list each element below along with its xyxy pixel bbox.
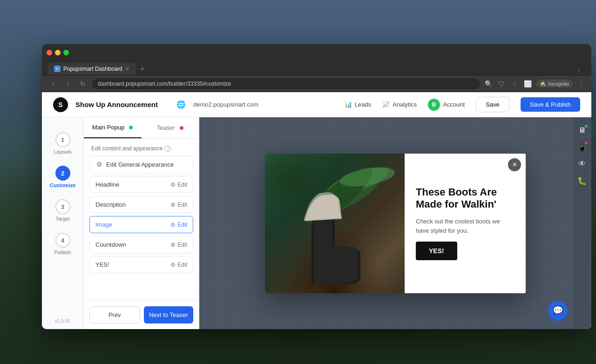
tab-teaser[interactable]: Teaser (142, 117, 199, 138)
tab-main-popup[interactable]: Main Popup (84, 117, 142, 138)
reload-button[interactable]: ↻ (77, 78, 88, 89)
debug-button[interactable]: 🐛 (575, 173, 589, 188)
popup-image-svg (265, 154, 405, 293)
preview-button[interactable]: 👁 (575, 156, 589, 171)
countdown-edit-button[interactable]: ⚙ Edit (170, 242, 187, 248)
panel-item-description[interactable]: Description ⚙ Edit (89, 196, 193, 213)
general-appearance-label: Edit General Appearance (106, 161, 174, 168)
popup-preview: ✕ These Boots Are Made for Walkin' Check… (265, 154, 526, 293)
popup-description: Check out the coolest boots we have styl… (416, 217, 515, 235)
next-to-teaser-button[interactable]: Next to Teaser (144, 306, 194, 324)
traffic-light-maximize[interactable] (63, 50, 69, 55)
panel-footer: Prev Next to Teaser (84, 300, 199, 329)
star-icon[interactable]: ☆ (510, 79, 519, 88)
address-icons: 🔍 🛡 ☆ ⬜ 🕵 Incognito ⋮ (484, 79, 586, 88)
popup-close-button[interactable]: ✕ (508, 158, 521, 171)
panel-items: Headline ⚙ Edit Description ⚙ Edit (84, 176, 199, 300)
gear-icon: ⚙ (96, 161, 102, 168)
panel-tabs: Main Popup Teaser (84, 117, 199, 139)
step-target[interactable]: 3 Target (42, 195, 83, 225)
more-options-icon[interactable]: ⋮ (576, 79, 586, 88)
save-button[interactable]: Save (476, 97, 509, 112)
main-layout: 1 Layouts 2 Customize 3 Target 4 Publish… (42, 117, 591, 329)
desktop-view-button[interactable]: 🖥 (575, 123, 589, 138)
new-tab-button[interactable]: + (136, 63, 149, 75)
incognito-badge: 🕵 Incognito (536, 80, 573, 88)
account-label: Account (443, 101, 465, 108)
tab-menu-button[interactable]: ⋮ (572, 67, 586, 75)
countdown-label: Countdown (95, 241, 126, 248)
chat-button[interactable]: 💬 (549, 301, 567, 320)
shield-icon: 🛡 (497, 79, 506, 88)
prev-button[interactable]: Prev (89, 306, 140, 324)
analytics-nav-item[interactable]: 📈 Analytics (382, 101, 417, 108)
globe-icon: 🌐 (176, 100, 186, 109)
traffic-light-close[interactable] (47, 50, 52, 55)
help-icon[interactable]: ? (164, 145, 171, 152)
step-circle-1: 1 (55, 132, 70, 147)
image-edit-button[interactable]: ⚙ Edit (170, 222, 187, 228)
panel-item-image[interactable]: Image ⚙ Edit (89, 216, 193, 233)
yes-edit-button[interactable]: ⚙ Edit (170, 262, 187, 268)
tab-close-button[interactable]: ✕ (125, 66, 129, 72)
tab-manager-icon[interactable]: ⬜ (523, 79, 532, 88)
step-circle-3: 3 (55, 199, 70, 214)
edit-icon-image: ⚙ (170, 222, 176, 228)
traffic-light-minimize[interactable] (55, 50, 61, 55)
bug-icon: 🐛 (577, 176, 587, 185)
step-circle-2: 2 (55, 166, 70, 181)
headline-label: Headline (95, 181, 119, 188)
customization-panel: Main Popup Teaser Edit content and appea… (84, 117, 199, 329)
step-label-target: Target (55, 216, 70, 222)
address-bar: ‹ › ↻ 🔍 🛡 ☆ ⬜ 🕵 Incognito ⋮ (42, 75, 591, 92)
browser-window: P Popupsmart Dashboard ✕ + ⋮ ‹ › ↻ 🔍 🛡 ☆… (42, 44, 591, 329)
edit-icon-description: ⚙ (170, 202, 176, 208)
back-button[interactable]: ‹ (47, 78, 59, 89)
leads-label: Leads (355, 101, 371, 108)
headline-edit-button[interactable]: ⚙ Edit (170, 182, 187, 188)
steps-sidebar: 1 Layouts 2 Customize 3 Target 4 Publish… (42, 117, 84, 329)
site-url: demo2.popupsmart.com (193, 101, 258, 108)
step-publish[interactable]: 4 Publish (42, 229, 83, 259)
step-circle-4: 4 (55, 233, 70, 248)
general-appearance-button[interactable]: ⚙ Edit General Appearance (89, 155, 193, 173)
mobile-view-button[interactable]: 📱 (575, 140, 589, 155)
panel-item-yes[interactable]: YES! ⚙ Edit (89, 256, 193, 273)
app-title: Show Up Announcement (75, 101, 158, 108)
app-header: S Show Up Announcement 🌐 demo2.popupsmar… (42, 92, 591, 117)
analytics-icon: 📈 (382, 101, 390, 108)
analytics-label: Analytics (393, 101, 417, 108)
teaser-status-dot (180, 126, 183, 130)
version-text: v1.5.91 (55, 318, 70, 329)
search-icon[interactable]: 🔍 (484, 79, 493, 88)
panel-subtitle: Edit content and appearance ? (84, 139, 199, 155)
edit-icon-headline: ⚙ (170, 182, 176, 188)
leads-icon: 📊 (345, 101, 352, 108)
tab-favicon-letter: P (56, 67, 58, 71)
logo-letter: S (58, 101, 62, 108)
desktop-status-dot (585, 125, 588, 128)
address-input[interactable] (92, 78, 480, 89)
active-tab[interactable]: P Popupsmart Dashboard ✕ (47, 63, 136, 75)
step-label-publish: Publish (54, 249, 71, 255)
step-label-layouts: Layouts (54, 149, 72, 155)
tab-label: Popupsmart Dashboard (63, 66, 122, 72)
edit-icon-yes: ⚙ (170, 262, 176, 268)
leads-nav-item[interactable]: 📊 Leads (345, 101, 371, 108)
description-label: Description (95, 201, 126, 208)
step-layouts[interactable]: 1 Layouts (42, 128, 83, 158)
app-logo: S (53, 97, 68, 112)
forward-button[interactable]: › (62, 78, 74, 89)
popup-title: These Boots Are Made for Walkin' (416, 186, 515, 211)
step-customize[interactable]: 2 Customize (42, 162, 83, 192)
popup-cta-button[interactable]: YES! (416, 242, 457, 260)
description-edit-button[interactable]: ⚙ Edit (170, 202, 187, 208)
panel-item-headline[interactable]: Headline ⚙ Edit (89, 176, 193, 193)
panel-item-countdown[interactable]: Countdown ⚙ Edit (89, 236, 193, 253)
save-publish-button[interactable]: Save & Publish (521, 97, 580, 112)
image-label: Image (95, 221, 112, 228)
account-avatar: B (428, 99, 440, 111)
eye-icon: 👁 (578, 160, 586, 168)
account-nav-item[interactable]: B Account (428, 99, 465, 111)
browser-chrome (42, 44, 591, 61)
